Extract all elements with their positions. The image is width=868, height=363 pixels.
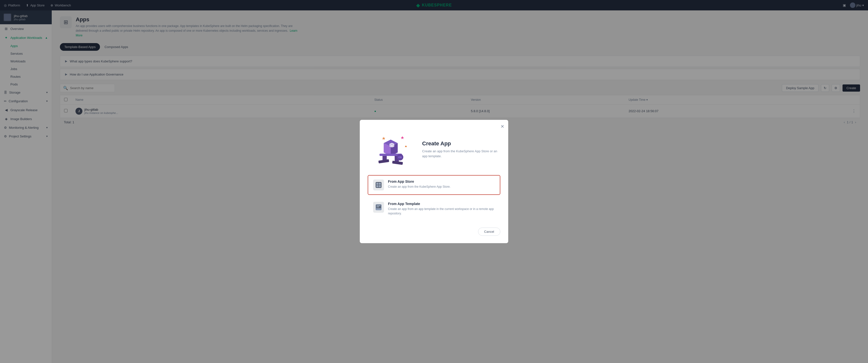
svg-rect-9 [377,209,380,209]
create-app-modal: ✕ M [360,120,508,243]
modal-options: From App Store Create an app from the Ku… [360,175,508,220]
modal-title: Create App [422,141,498,147]
star-2 [382,137,385,140]
cancel-button[interactable]: Cancel [478,228,500,236]
svg-rect-3 [376,185,378,187]
option-title-app-store: From App Store [388,180,451,183]
option-content-app-store: From App Store Create an app from the Ku… [388,180,451,189]
modal-subtitle: Create an app from the KubeSphere App St… [422,149,498,158]
modal-illustration: M CS [370,130,414,169]
svg-rect-2 [379,183,381,185]
modal-footer: Cancel [360,222,508,236]
option-from-app-template[interactable]: From App Template Create an app from an … [368,198,500,220]
illustration-svg: M CS [370,130,412,168]
app-store-option-icon [373,180,384,190]
option-desc-app-store: Create an app from the KubeSphere App St… [388,184,451,189]
star-3 [405,145,407,147]
app-template-option-icon [373,202,384,213]
modal-overlay[interactable]: ✕ M [0,0,868,363]
m-text: M [391,144,393,147]
option-title-app-template: From App Template [388,202,495,206]
option-from-app-store[interactable]: From App Store Create an app from the Ku… [368,175,500,195]
modal-close-button[interactable]: ✕ [501,124,504,129]
svg-rect-7 [377,205,380,206]
cs-text: CS [398,156,402,158]
option-desc-app-template: Create an app from an app template in th… [388,207,495,216]
template-icon-svg [375,203,382,211]
svg-rect-4 [379,185,381,187]
store-icon-svg [375,181,382,189]
star-1 [401,136,404,139]
svg-rect-8 [377,207,379,207]
option-content-app-template: From App Template Create an app from an … [388,202,495,216]
modal-title-section: Create App Create an app from the KubeSp… [422,141,498,158]
svg-rect-1 [376,183,378,185]
modal-top-section: M CS Create App Create an app [360,120,508,175]
